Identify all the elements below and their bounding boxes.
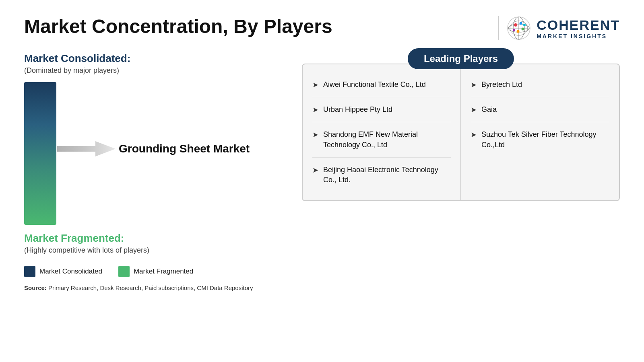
player-name: Gaia [481, 105, 497, 115]
player-item: ➤ Urban Hippee Pty Ltd [312, 97, 451, 122]
player-arrow-icon: ➤ [471, 80, 477, 89]
legend-consolidated: Market Consolidated [24, 266, 102, 277]
player-arrow-icon: ➤ [312, 105, 318, 114]
source-text: Primary Research, Desk Research, Paid su… [47, 284, 253, 291]
svg-point-7 [520, 22, 522, 25]
gradient-bar [24, 82, 56, 225]
players-box: ➤ Aiwei Functional Textile Co., Ltd ➤ Ur… [302, 64, 620, 201]
left-panel: Market Consolidated: (Dominated by major… [24, 52, 286, 291]
fragmented-sub: (Highly competitive with lots of players… [24, 246, 286, 255]
player-item: ➤ Gaia [471, 97, 609, 122]
svg-marker-12 [57, 141, 116, 156]
arrow-icon [57, 140, 116, 157]
svg-point-10 [513, 29, 515, 31]
fragmented-label: Market Fragmented: [24, 232, 286, 245]
fragmented-section: Market Fragmented: (Highly competitive w… [24, 232, 286, 255]
player-name: Shandong EMF New Material Technology Co.… [323, 130, 451, 150]
consolidated-swatch [24, 266, 35, 277]
fragmented-legend-text: Market Fragmented [134, 267, 193, 276]
player-item: ➤ Suzhou Tek Silver Fiber Technology Co.… [471, 122, 609, 157]
logo: COHERENT MARKET INSIGHTS [498, 16, 620, 40]
market-label: Grounding Sheet Market [119, 142, 250, 155]
player-item: ➤ Aiwei Functional Textile Co., Ltd [312, 72, 451, 97]
right-panel: Leading Players ➤ Aiwei Functional Texti… [302, 48, 620, 291]
logo-text: COHERENT MARKET INSIGHTS [537, 17, 620, 39]
player-arrow-icon: ➤ [471, 105, 477, 114]
globe-icon [507, 16, 531, 40]
consolidated-legend-text: Market Consolidated [39, 267, 102, 276]
svg-point-9 [517, 30, 520, 33]
leading-players-badge: Leading Players [408, 48, 514, 69]
market-insights-text: MARKET INSIGHTS [537, 33, 620, 39]
coherent-brand: COHERENT [537, 17, 620, 33]
content-area: Market Consolidated: (Dominated by major… [24, 52, 620, 291]
player-name: Aiwei Functional Textile Co., Ltd [323, 80, 426, 90]
player-name: Suzhou Tek Silver Fiber Technology Co.,L… [481, 130, 609, 150]
svg-point-8 [522, 28, 524, 31]
players-left-col: ➤ Aiwei Functional Textile Co., Ltd ➤ Ur… [303, 64, 461, 200]
player-item: ➤ Byretech Ltd [471, 72, 609, 97]
consolidated-label: Market Consolidated: [24, 52, 286, 65]
player-arrow-icon: ➤ [312, 80, 318, 89]
player-item: ➤ Beijing Haoai Electronic Technology Co… [312, 158, 451, 192]
consolidated-sub: (Dominated by major players) [24, 66, 286, 75]
player-name: Byretech Ltd [481, 80, 522, 90]
bar-arrow-group: Grounding Sheet Market [24, 82, 286, 225]
player-name: Urban Hippee Pty Ltd [323, 105, 392, 115]
player-item: ➤ Shandong EMF New Material Technology C… [312, 122, 451, 157]
player-name: Beijing Haoai Electronic Technology Co.,… [323, 165, 451, 185]
players-right-col: ➤ Byretech Ltd ➤ Gaia ➤ Suzhou Tek Silve… [461, 64, 619, 200]
legend-fragmented: Market Fragmented [118, 266, 193, 277]
player-arrow-icon: ➤ [312, 130, 318, 139]
source: Source: Primary Research, Desk Research,… [24, 284, 286, 291]
page-title: Market Concentration, By Players [24, 16, 332, 37]
arrow-group: Grounding Sheet Market [57, 140, 250, 157]
player-arrow-icon: ➤ [471, 130, 477, 139]
svg-point-11 [523, 24, 526, 26]
player-arrow-icon: ➤ [312, 166, 318, 175]
page-header: Market Concentration, By Players [24, 16, 620, 40]
legend: Market Consolidated Market Fragmented [24, 266, 286, 277]
source-label: Source: [24, 284, 47, 291]
svg-point-6 [514, 23, 517, 27]
fragmented-swatch [118, 266, 130, 277]
